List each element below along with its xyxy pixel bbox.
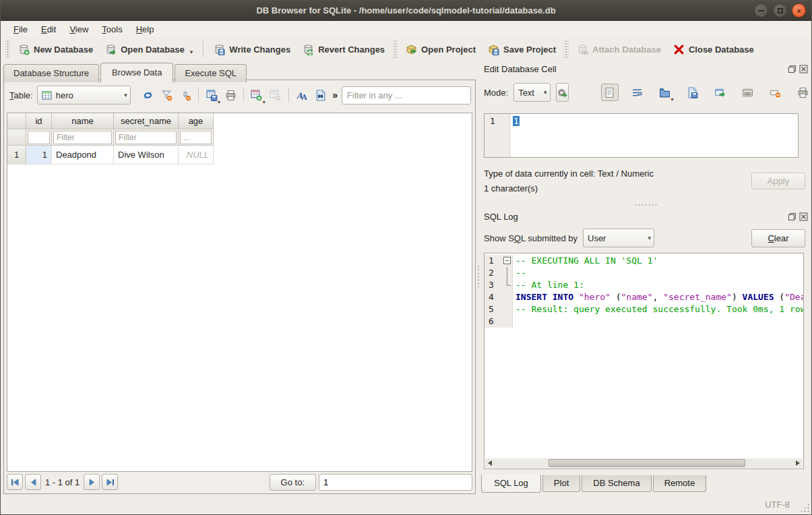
scrollbar-track[interactable] <box>495 459 793 467</box>
clear-filters-button[interactable] <box>158 86 177 104</box>
column-header-name[interactable]: name <box>52 113 114 129</box>
refresh-button[interactable] <box>139 86 158 104</box>
minimize-button[interactable] <box>754 3 768 18</box>
scroll-right-icon <box>796 460 800 466</box>
apply-button[interactable]: Apply <box>751 173 805 189</box>
dock-tab-db-schema[interactable]: DB Schema <box>582 475 651 492</box>
dock-close-icon[interactable] <box>799 212 808 221</box>
sql-source-combobox[interactable]: User ▾ <box>583 229 654 247</box>
menu-view[interactable]: View <box>63 23 94 36</box>
print-button[interactable] <box>221 86 240 104</box>
filter-input-id[interactable] <box>28 131 50 144</box>
attach-database-button[interactable]: Attach Database <box>571 40 667 59</box>
word-wrap-button[interactable] <box>629 84 646 101</box>
open-in-external-button[interactable] <box>712 84 729 101</box>
dock-float-icon[interactable] <box>788 212 797 221</box>
clear-sorting-button[interactable] <box>176 86 195 104</box>
clear-log-button[interactable]: Clear <box>751 229 805 247</box>
delete-record-button[interactable] <box>266 86 285 104</box>
resize-grip-icon[interactable] <box>800 503 809 512</box>
filter-input-secret-name[interactable] <box>115 131 177 144</box>
scroll-right-arrow[interactable] <box>793 458 803 468</box>
toolbar-drag-handle[interactable] <box>393 40 398 58</box>
dock-tab-sql-log[interactable]: SQL Log <box>481 475 541 493</box>
new-database-button[interactable]: New Database <box>12 40 99 59</box>
set-null-button[interactable] <box>767 84 784 101</box>
dock-close-icon[interactable] <box>799 65 808 73</box>
maximize-button[interactable] <box>773 3 787 18</box>
dock-tab-plot[interactable]: Plot <box>542 475 580 492</box>
tab-browse-data[interactable]: Browse Data <box>100 63 173 83</box>
filter-any-input[interactable] <box>342 86 471 104</box>
insert-record-button[interactable]: ▾ <box>247 86 266 104</box>
attach-database-label: Attach Database <box>592 44 661 55</box>
close-database-label: Close Database <box>689 44 754 55</box>
link-button[interactable] <box>739 84 757 101</box>
sql-log-view[interactable]: 1−-- EXECUTING ALL IN 'SQL 1'2--3-- At l… <box>484 253 804 469</box>
column-header-id[interactable]: id <box>26 113 52 129</box>
toolbar-drag-handle[interactable] <box>5 40 10 58</box>
goto-input[interactable] <box>319 474 472 491</box>
save-project-button[interactable]: Save Project <box>482 40 562 59</box>
row-number-cell[interactable]: 1 <box>7 146 26 164</box>
import-data-button[interactable]: ▾ <box>656 84 674 101</box>
cell-secret-name[interactable]: Dive Wilson <box>114 146 179 164</box>
menu-file[interactable]: File <box>7 23 34 36</box>
open-database-button[interactable]: Open Database ▾ <box>99 40 199 59</box>
font-format-button[interactable]: AA <box>292 86 311 104</box>
cell-id[interactable]: 1 <box>26 146 52 164</box>
last-record-button[interactable] <box>102 474 118 490</box>
text-mode-button[interactable] <box>601 84 619 101</box>
save-table-button[interactable]: ▾ <box>202 86 221 104</box>
sql-log-dock-titlebar[interactable]: SQL Log <box>481 209 811 224</box>
dock-splitter[interactable] <box>481 201 811 209</box>
filter-input-name[interactable] <box>53 131 112 144</box>
log-horizontal-scrollbar[interactable] <box>485 458 803 468</box>
toolbar-drag-handle[interactable] <box>564 40 569 58</box>
pane-splitter[interactable] <box>476 61 481 493</box>
cell-name[interactable]: Deadpond <box>52 146 114 164</box>
set-null-icon <box>770 87 781 98</box>
filter-input-age[interactable] <box>180 131 212 144</box>
table-combobox[interactable]: hero ▾ <box>37 86 131 104</box>
titlebar[interactable]: DB Browser for SQLite - /home/user/code/… <box>1 1 811 21</box>
next-record-button[interactable] <box>84 474 100 490</box>
cell-age[interactable]: NULL <box>179 146 214 164</box>
print-cell-button[interactable] <box>794 84 812 101</box>
open-project-button[interactable]: Open Project <box>400 40 482 59</box>
fold-collapse-icon[interactable]: − <box>503 257 511 264</box>
write-changes-button[interactable]: Write Changes <box>208 40 296 59</box>
scroll-left-arrow[interactable] <box>485 458 495 468</box>
dock-float-icon[interactable] <box>788 65 797 73</box>
write-changes-label: Write Changes <box>229 44 290 55</box>
grid-corner-cell[interactable] <box>7 113 26 129</box>
export-data-button[interactable] <box>684 84 701 101</box>
scrollbar-thumb[interactable] <box>549 459 745 467</box>
tab-database-structure[interactable]: Database Structure <box>3 64 99 82</box>
column-header-age[interactable]: age <box>179 113 214 129</box>
find-in-table-button[interactable] <box>311 86 330 104</box>
revert-changes-button[interactable]: Revert Changes <box>296 40 391 59</box>
column-header-secret-name[interactable]: secret_name <box>114 113 179 129</box>
last-record-icon <box>106 478 115 487</box>
goto-button[interactable]: Go to: <box>270 474 316 491</box>
cell-value-editor[interactable]: 1 1 <box>484 113 799 158</box>
open-database-dropdown-icon[interactable]: ▾ <box>190 49 193 55</box>
log-line: 5-- Result: query executed successfully.… <box>485 303 803 315</box>
dock-tab-remote[interactable]: Remote <box>653 475 707 492</box>
menu-tools[interactable]: Tools <box>96 23 128 36</box>
toolbar-overflow-icon[interactable]: » <box>332 90 338 100</box>
mode-combobox[interactable]: Text ▾ <box>513 83 550 102</box>
menu-edit[interactable]: Edit <box>35 23 62 36</box>
data-grid[interactable]: id name secret_name age 1 1 Deadpond Div… <box>7 113 472 472</box>
menu-help[interactable]: Help <box>130 23 160 36</box>
first-record-button[interactable] <box>7 474 23 490</box>
close-button[interactable]: × <box>792 3 806 18</box>
previous-record-button[interactable] <box>25 474 41 490</box>
splitter-handle-icon <box>634 204 658 206</box>
edit-cell-dock-titlebar[interactable]: Edit Database Cell <box>481 61 811 76</box>
close-database-button[interactable]: Close Database <box>667 40 760 59</box>
tab-execute-sql[interactable]: Execute SQL <box>175 64 247 82</box>
encoding-indicator: UTF-8 <box>765 499 790 510</box>
auto-apply-button[interactable] <box>556 83 569 102</box>
